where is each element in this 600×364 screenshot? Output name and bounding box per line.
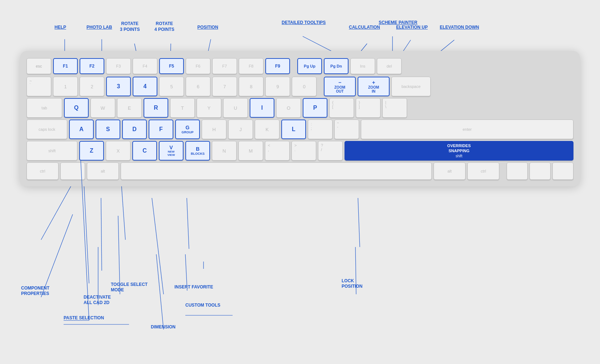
key-i[interactable]: I — [250, 98, 274, 118]
key-u[interactable]: U — [223, 98, 248, 118]
key-fn[interactable] — [60, 162, 85, 180]
key-j[interactable]: J — [228, 120, 253, 139]
key-w[interactable]: W — [90, 98, 115, 118]
key-f9[interactable]: F9 — [265, 58, 290, 74]
key-c[interactable]: C — [132, 141, 157, 161]
key-f4[interactable]: F4 — [133, 58, 157, 74]
key-z[interactable]: Z — [79, 141, 104, 161]
annotation-scheme-painter: SCHEME PAINTER — [379, 20, 417, 25]
annotation-custom-tools: CUSTOM TOOLS — [185, 303, 220, 308]
key-o[interactable]: O — [276, 98, 301, 118]
key-s[interactable]: S — [96, 120, 120, 139]
key-minus[interactable]: − ZOOMOUT — [324, 77, 356, 96]
key-enter[interactable]: enter — [361, 120, 573, 139]
key-3[interactable]: 3 — [106, 77, 131, 96]
number-row: ~ ` 1 2 3 4 5 6 7 8 9 0 — [27, 77, 573, 96]
key-f2[interactable]: F2 — [80, 58, 104, 74]
annotation-paste-selection: PASTE SELECTION — [64, 315, 104, 320]
zxcv-row: shift Z X C V NEWVIEW B BLOCKS N M <, — [27, 141, 573, 161]
key-a[interactable]: A — [69, 120, 94, 139]
key-arr1[interactable] — [507, 162, 528, 180]
qwerty-row: tab Q W E R T Y U I O P {[ — [27, 98, 573, 118]
key-tilde[interactable]: ~ ` — [27, 77, 51, 96]
key-arr3[interactable] — [552, 162, 573, 180]
keyboard: esc F1 F2 F3 F4 F5 F6 F7 F8 F9 Pg Up Pg … — [20, 51, 580, 186]
key-overrides-snapping[interactable]: OVERRIDESSNAPPING shift — [345, 141, 573, 161]
key-h[interactable]: H — [202, 120, 226, 139]
key-plus[interactable]: + ZOOMIN — [358, 77, 390, 96]
key-backslash[interactable]: |\ — [382, 98, 407, 118]
key-f6[interactable]: F6 — [186, 58, 210, 74]
key-quote[interactable]: "' — [334, 120, 359, 139]
key-x[interactable]: X — [106, 141, 130, 161]
key-t[interactable]: T — [170, 98, 195, 118]
key-ins[interactable]: Ins — [350, 58, 375, 74]
key-2[interactable]: 2 — [80, 77, 104, 96]
key-bracket-left[interactable]: {[ — [329, 98, 354, 118]
svg-line-22 — [358, 198, 360, 247]
annotation-rotate-4: ROTATE4 POINTS — [154, 21, 174, 32]
annotation-toggle-select: TOGGLE SELECTMODE — [111, 282, 148, 293]
key-m[interactable]: M — [238, 141, 263, 161]
annotation-component-properties: COMPONENTPROPERTIES — [21, 286, 49, 297]
key-7[interactable]: 7 — [212, 77, 237, 96]
key-d[interactable]: D — [122, 120, 147, 139]
key-f7[interactable]: F7 — [212, 58, 237, 74]
key-4[interactable]: 4 — [133, 77, 157, 96]
key-f1[interactable]: F1 — [53, 58, 78, 74]
key-del[interactable]: del — [377, 58, 402, 74]
key-f[interactable]: F — [149, 120, 173, 139]
key-v[interactable]: V NEWVIEW — [159, 141, 184, 161]
key-capslock[interactable]: caps lock — [27, 120, 67, 139]
key-5[interactable]: 5 — [159, 77, 184, 96]
key-8[interactable]: 8 — [239, 77, 263, 96]
key-alt-right[interactable]: alt — [434, 162, 466, 180]
key-comma[interactable]: <, — [265, 141, 290, 161]
key-ctrl-left[interactable]: ctrl — [27, 162, 59, 180]
annotation-detailed-tooltips: DETAILED TOOLTIPS — [282, 20, 326, 25]
key-ctrl-right[interactable]: ctrl — [467, 162, 499, 180]
key-6[interactable]: 6 — [186, 77, 210, 96]
svg-line-19 — [152, 198, 164, 294]
bottom-row: ctrl alt alt ctrl — [27, 162, 573, 180]
key-period[interactable]: >. — [291, 141, 316, 161]
key-alt-left[interactable]: alt — [87, 162, 119, 180]
key-1[interactable]: 1 — [53, 77, 78, 96]
key-b[interactable]: B BLOCKS — [185, 141, 210, 161]
key-f3[interactable]: F3 — [106, 58, 131, 74]
key-n[interactable]: N — [212, 141, 237, 161]
key-k[interactable]: K — [255, 120, 279, 139]
annotation-photo-lab: PHOTO LAB — [86, 25, 112, 30]
key-9[interactable]: 9 — [265, 77, 290, 96]
key-0[interactable]: 0 — [292, 77, 317, 96]
key-e[interactable]: E — [117, 98, 142, 118]
annotation-elevation-up: ELEVATION UP — [396, 25, 428, 30]
key-semicolon[interactable]: :; — [308, 120, 333, 139]
key-slash[interactable]: ?/ — [318, 141, 343, 161]
key-bracket-right[interactable]: }] — [356, 98, 380, 118]
key-r[interactable]: R — [144, 98, 168, 118]
svg-line-20 — [187, 198, 189, 249]
annotation-lock-position: LOCKPOSITION — [342, 278, 362, 290]
asdf-row: caps lock A S D F G GROUP H J K L :; — [27, 120, 573, 139]
function-row: esc F1 F2 F3 F4 F5 F6 F7 F8 F9 Pg Up Pg … — [27, 58, 573, 74]
svg-line-23 — [41, 214, 73, 297]
key-p[interactable]: P — [303, 98, 327, 118]
key-f8[interactable]: F8 — [239, 58, 263, 74]
key-arr2[interactable] — [529, 162, 551, 180]
key-g[interactable]: G GROUP — [175, 120, 200, 139]
key-space[interactable] — [121, 162, 432, 180]
key-backspace[interactable]: backspace — [391, 77, 431, 96]
key-pgup[interactable]: Pg Up — [297, 58, 322, 74]
svg-line-28 — [156, 254, 164, 329]
annotation-dimension: DIMENSION — [151, 324, 176, 329]
key-esc[interactable]: esc — [27, 58, 51, 74]
key-shift-left[interactable]: shift — [27, 141, 77, 161]
key-pgdn[interactable]: Pg Dn — [324, 58, 349, 74]
key-tab[interactable]: tab — [27, 98, 62, 118]
key-y[interactable]: Y — [197, 98, 221, 118]
key-q[interactable]: Q — [64, 98, 89, 118]
key-f5[interactable]: F5 — [159, 58, 184, 74]
annotation-help: HELP — [55, 25, 66, 30]
key-l[interactable]: L — [281, 120, 306, 139]
